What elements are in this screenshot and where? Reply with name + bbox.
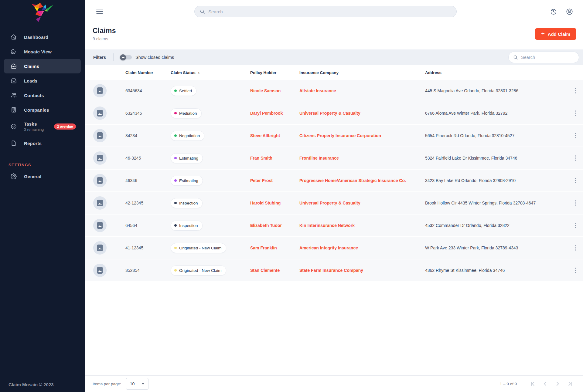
overdue-badge: 2 overdue xyxy=(54,123,76,130)
insurance-company-link[interactable]: Frontline Insurance xyxy=(299,156,339,161)
row-menu-button[interactable] xyxy=(571,131,581,140)
policy-holder-link[interactable]: Peter Frost xyxy=(250,178,273,183)
row-menu-button[interactable] xyxy=(571,243,581,253)
claim-number: 34234 xyxy=(125,133,171,138)
policy-holder-link[interactable]: Fran Smith xyxy=(250,156,272,161)
status-badge: Negotiation xyxy=(171,131,204,141)
policy-holder-link[interactable]: Harold Stubing xyxy=(250,201,281,205)
status-badge: Settled xyxy=(171,86,196,96)
status-dot-icon xyxy=(174,247,177,249)
global-search[interactable] xyxy=(194,6,457,17)
policy-holder-link[interactable]: Steve Allbright xyxy=(250,133,280,138)
policy-holder-link[interactable]: Stan Clemente xyxy=(250,268,280,273)
previous-page-button[interactable] xyxy=(539,378,551,390)
insurance-company-link[interactable]: State Farm Insurance Company xyxy=(299,268,363,273)
table-row[interactable]: 64564 Inspection Elizabeth Tudor Kin Int… xyxy=(85,215,583,237)
sidebar-item-label: Mosaic View xyxy=(24,49,52,54)
insurance-company-link[interactable]: Progressive Home/American Strategic Insu… xyxy=(299,178,406,183)
sidebar-item-companies[interactable]: Companies xyxy=(4,103,81,117)
insurance-company-link[interactable]: Universal Property & Casualty xyxy=(299,201,360,205)
status-dot-icon xyxy=(174,112,177,114)
claim-number: 6345634 xyxy=(125,88,171,93)
sidebar-item-leads[interactable]: Leads xyxy=(4,73,81,88)
sidebar-item-tasks[interactable]: Tasks 3 remaining 2 overdue xyxy=(4,117,81,136)
table-row[interactable]: 42-12345 Inspection Harold Stubing Unive… xyxy=(85,192,583,215)
global-search-input[interactable] xyxy=(208,9,452,14)
table-row[interactable]: 46-3245 Estimating Fran Smith Frontline … xyxy=(85,147,583,170)
row-menu-button[interactable] xyxy=(571,108,581,118)
row-menu-button[interactable] xyxy=(571,86,581,96)
status-dot-icon xyxy=(174,179,177,182)
policy-holder-link[interactable]: Elizabeth Tudor xyxy=(250,223,282,228)
row-menu-button[interactable] xyxy=(571,265,581,275)
table-row[interactable]: 41-12345 Originated - New Claim Sam Fran… xyxy=(85,237,583,259)
claim-thumbnail[interactable] xyxy=(93,84,107,97)
insurance-company-link[interactable]: Allstate Insurance xyxy=(299,88,336,93)
claim-thumbnail[interactable] xyxy=(93,151,107,165)
first-page-button[interactable] xyxy=(527,378,539,390)
policy-holder-link[interactable]: Nicole Samson xyxy=(250,88,281,93)
status-badge: Estimating xyxy=(171,176,203,186)
history-icon[interactable] xyxy=(550,8,557,15)
status-dot-icon xyxy=(174,90,177,92)
policy-holder-link[interactable]: Sam Franklin xyxy=(250,245,277,250)
add-claim-button[interactable]: + Add Claim xyxy=(535,28,576,40)
sidebar-item-mosaic-view[interactable]: Mosaic View xyxy=(4,44,81,59)
claim-thumbnail[interactable] xyxy=(93,106,107,120)
table-row[interactable]: 6345634 Settled Nicole Samson Allstate I… xyxy=(85,80,583,102)
last-page-button[interactable] xyxy=(564,378,576,390)
puzzle-icon xyxy=(10,48,17,55)
sidebar-item-claims[interactable]: Claims xyxy=(4,59,81,73)
plus-icon: + xyxy=(541,31,545,37)
building-icon xyxy=(10,106,17,113)
row-menu-button[interactable] xyxy=(571,198,581,208)
table-row[interactable]: 46346 Estimating Peter Frost Progressive… xyxy=(85,170,583,192)
table-row[interactable]: 352354 Originated - New Claim Stan Cleme… xyxy=(85,259,583,282)
status-dot-icon xyxy=(174,134,177,137)
people-icon xyxy=(10,92,17,99)
claim-thumbnail[interactable] xyxy=(93,241,107,255)
column-policy-holder[interactable]: Policy Holder xyxy=(250,70,299,75)
status-dot-icon xyxy=(174,269,177,272)
status-label: Negotiation xyxy=(179,133,200,138)
claim-address: 4532 Commander Dr Orlando, Florida 32822 xyxy=(425,223,559,228)
menu-toggle-button[interactable] xyxy=(96,8,104,15)
claim-thumbnail[interactable] xyxy=(93,129,107,142)
table-search[interactable] xyxy=(508,52,579,63)
claim-thumbnail[interactable] xyxy=(93,219,107,232)
next-page-button[interactable] xyxy=(551,378,564,390)
sidebar-item-label: Contacts xyxy=(24,93,44,98)
account-icon[interactable] xyxy=(565,8,573,15)
insurance-company-link[interactable]: American Integrity Insurance xyxy=(299,245,358,250)
sidebar-item-general[interactable]: General xyxy=(4,169,81,184)
status-badge: Originated - New Claim xyxy=(171,265,226,275)
items-per-page-label: Items per page: xyxy=(93,382,121,386)
items-per-page-select[interactable]: 10 xyxy=(126,378,148,390)
insurance-company-link[interactable]: Kin Interinsurance Network xyxy=(299,223,355,228)
sidebar-item-reports[interactable]: Reports xyxy=(4,136,81,150)
claim-thumbnail[interactable] xyxy=(93,264,107,277)
sidebar-item-label: General xyxy=(24,174,41,179)
sidebar-item-contacts[interactable]: Contacts xyxy=(4,88,81,103)
items-per-page-value: 10 xyxy=(130,381,135,386)
show-closed-toggle[interactable] xyxy=(121,55,132,59)
column-insurance-company[interactable]: Insurance Company xyxy=(299,70,425,75)
sidebar-item-dashboard[interactable]: Dashboard xyxy=(4,30,81,44)
row-menu-button[interactable] xyxy=(571,176,581,185)
row-menu-button[interactable] xyxy=(571,221,581,230)
column-address[interactable]: Address xyxy=(425,70,559,75)
insurance-company-link[interactable]: Universal Property & Casualty xyxy=(299,111,360,116)
claim-thumbnail[interactable] xyxy=(93,174,107,187)
table-row[interactable]: 6324345 Mediation Daryl Pembrook Univers… xyxy=(85,102,583,125)
table-row[interactable]: 34234 Negotiation Steve Allbright Citize… xyxy=(85,125,583,147)
column-claim-status[interactable]: Claim Status▲ xyxy=(171,70,250,75)
policy-holder-link[interactable]: Daryl Pembrook xyxy=(250,111,283,116)
table-search-input[interactable] xyxy=(521,55,574,60)
claim-address: W Park Ave 233 Winter Park, Florida 3278… xyxy=(425,245,559,250)
insurance-company-link[interactable]: Citizens Property Insurance Corporation xyxy=(299,133,381,138)
claim-thumbnail[interactable] xyxy=(93,196,107,210)
claim-number: 6324345 xyxy=(125,111,171,116)
column-claim-number[interactable]: Claim Number xyxy=(125,70,171,75)
sidebar-item-label: Tasks xyxy=(24,121,44,127)
row-menu-button[interactable] xyxy=(571,153,581,163)
